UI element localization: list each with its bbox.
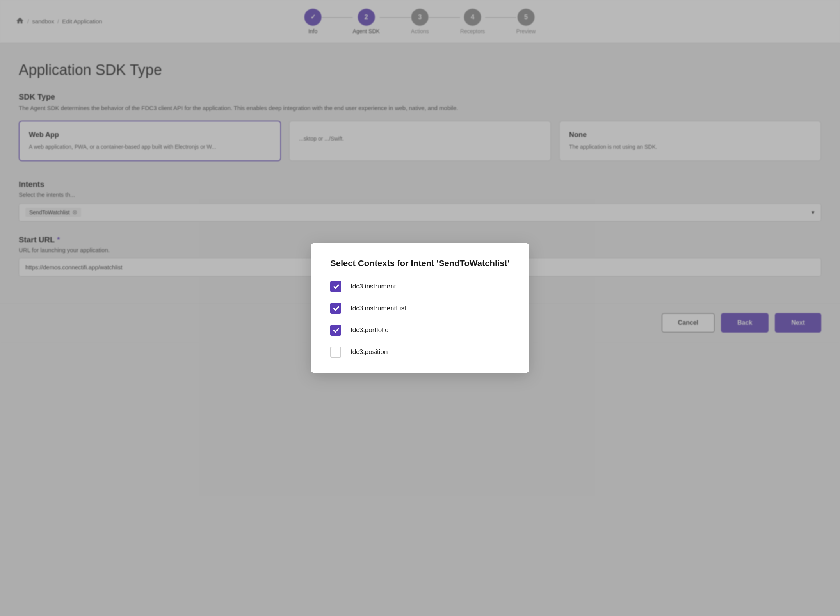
modal-overlay[interactable]: Select Contexts for Intent 'SendToWatchl… (0, 0, 840, 616)
modal-title: Select Contexts for Intent 'SendToWatchl… (330, 258, 510, 269)
context-checkbox-list: fdc3.instrument fdc3.instrumentList fdc3… (330, 281, 510, 358)
modal: Select Contexts for Intent 'SendToWatchl… (311, 243, 529, 373)
checkbox-instrument[interactable] (330, 281, 341, 292)
checkbox-item-instrumentlist[interactable]: fdc3.instrumentList (330, 303, 510, 314)
checkbox-item-position[interactable]: fdc3.position (330, 347, 510, 358)
checkbox-label-portfolio: fdc3.portfolio (351, 326, 388, 334)
checkbox-label-instrument: fdc3.instrument (351, 283, 396, 290)
checkbox-item-portfolio[interactable]: fdc3.portfolio (330, 325, 510, 336)
checkbox-portfolio[interactable] (330, 325, 341, 336)
checkbox-item-instrument[interactable]: fdc3.instrument (330, 281, 510, 292)
checkbox-label-instrumentlist: fdc3.instrumentList (351, 304, 406, 312)
checkbox-instrumentlist[interactable] (330, 303, 341, 314)
checkbox-position[interactable] (330, 347, 341, 358)
checkbox-label-position: fdc3.position (351, 348, 388, 356)
